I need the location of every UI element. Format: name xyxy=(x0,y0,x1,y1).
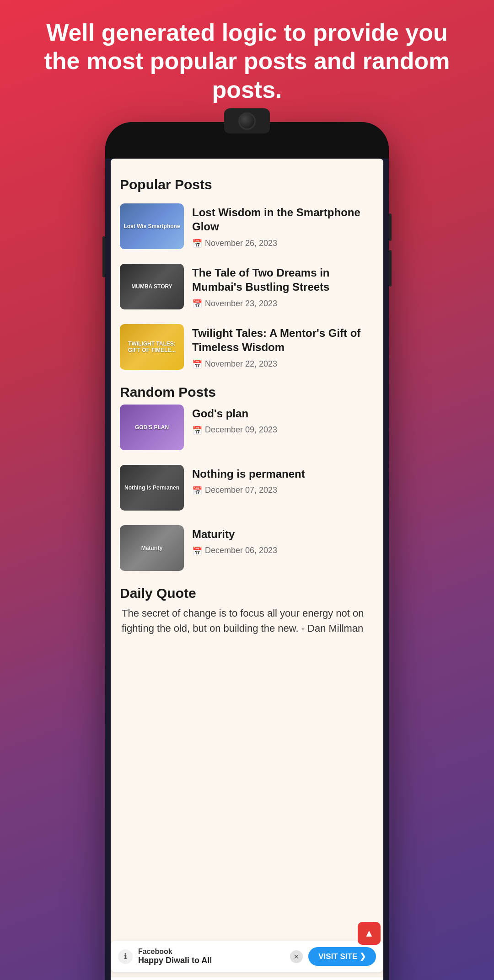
post-date-2: 📅 November 23, 2023 xyxy=(192,299,374,309)
calendar-icon-3: 📅 xyxy=(192,359,201,368)
calendar-icon-1: 📅 xyxy=(192,239,201,248)
ad-banner-1[interactable]: ℹ Facebook Happy Diwali to All ✕ VISIT S… xyxy=(111,941,383,972)
post-thumbnail-1: Lost Wis Smartphone xyxy=(120,203,184,249)
visit-site-button-1[interactable]: VISIT SITE ❯ xyxy=(308,947,376,966)
random-post-item[interactable]: Maturity Maturity 📅 December 06, 2023 xyxy=(120,525,374,571)
ad-title-1: Happy Diwali to All xyxy=(138,956,285,965)
phone-mockup: Popular Posts Lost Wis Smartphone Lost W… xyxy=(105,122,389,980)
post-date-3: 📅 November 22, 2023 xyxy=(192,359,374,369)
camera-lens xyxy=(238,112,256,130)
calendar-icon-6: 📅 xyxy=(192,546,201,555)
post-title-3: Twilight Tales: A Mentor's Gift of Timel… xyxy=(192,326,374,354)
post-title-4: God's plan xyxy=(192,406,374,421)
ad-close-1[interactable]: ✕ xyxy=(290,950,303,963)
ad-info-icon-1: ℹ xyxy=(118,949,133,964)
random-posts-heading: Random Posts xyxy=(120,384,374,400)
post-info-2: The Tale of Two Dreams in Mumbai's Bustl… xyxy=(192,264,374,308)
power-button[interactable] xyxy=(102,236,105,277)
hero-text: Well generated logic to provide you the … xyxy=(0,18,494,122)
calendar-icon-5: 📅 xyxy=(192,486,201,495)
post-title-5: Nothing is permanent xyxy=(192,467,374,481)
calendar-icon-2: 📅 xyxy=(192,299,201,308)
popular-post-item[interactable]: Lost Wis Smartphone Lost Wisdom in the S… xyxy=(120,203,374,249)
random-post-item[interactable]: Nothing is Permanen Nothing is permanent… xyxy=(120,465,374,511)
daily-quote-heading: Daily Quote xyxy=(120,586,374,601)
post-date-6: 📅 December 06, 2023 xyxy=(192,546,374,555)
post-thumbnail-3: TWILIGHT TALES: GIFT OF TIMELE... xyxy=(120,324,184,370)
ad-brand-1: Facebook xyxy=(138,948,285,956)
post-date-4: 📅 December 09, 2023 xyxy=(192,425,374,435)
calendar-icon-4: 📅 xyxy=(192,426,201,435)
post-title-6: Maturity xyxy=(192,527,374,541)
post-title-2: The Tale of Two Dreams in Mumbai's Bustl… xyxy=(192,266,374,294)
volume-down-button[interactable] xyxy=(389,250,392,287)
popular-post-item[interactable]: MUMBA STORY The Tale of Two Dreams in Mu… xyxy=(120,264,374,309)
post-info-1: Lost Wisdom in the Smartphone Glow 📅 Nov… xyxy=(192,203,374,248)
post-date-1: 📅 November 26, 2023 xyxy=(192,239,374,248)
post-info-5: Nothing is permanent 📅 December 07, 2023 xyxy=(192,465,374,495)
scroll-top-button[interactable]: ▲ xyxy=(358,922,381,945)
post-date-5: 📅 December 07, 2023 xyxy=(192,485,374,495)
phone-screen: Popular Posts Lost Wis Smartphone Lost W… xyxy=(111,159,383,980)
ad-banner-2[interactable]: ℹ Facebook® Go To Facebook ✕ VISIT SITE … xyxy=(111,977,383,980)
post-info-6: Maturity 📅 December 06, 2023 xyxy=(192,525,374,555)
post-thumbnail-6: Maturity xyxy=(120,525,184,571)
daily-quote-text: The secret of change is to focus all you… xyxy=(120,606,374,636)
camera-bump xyxy=(224,108,270,133)
ad-text-1: Facebook Happy Diwali to All xyxy=(138,948,285,965)
post-thumbnail-5: Nothing is Permanen xyxy=(120,465,184,511)
popular-posts-heading: Popular Posts xyxy=(120,177,374,192)
popular-post-item[interactable]: TWILIGHT TALES: GIFT OF TIMELE... Twilig… xyxy=(120,324,374,370)
post-title-1: Lost Wisdom in the Smartphone Glow xyxy=(192,205,374,234)
post-info-4: God's plan 📅 December 09, 2023 xyxy=(192,405,374,435)
arrow-up-icon: ▲ xyxy=(364,927,374,939)
post-thumbnail-2: MUMBA STORY xyxy=(120,264,184,309)
post-thumbnail-4: GOD'S PLAN xyxy=(120,405,184,450)
post-info-3: Twilight Tales: A Mentor's Gift of Timel… xyxy=(192,324,374,368)
random-post-item[interactable]: GOD'S PLAN God's plan 📅 December 09, 202… xyxy=(120,405,374,450)
volume-up-button[interactable] xyxy=(389,213,392,241)
